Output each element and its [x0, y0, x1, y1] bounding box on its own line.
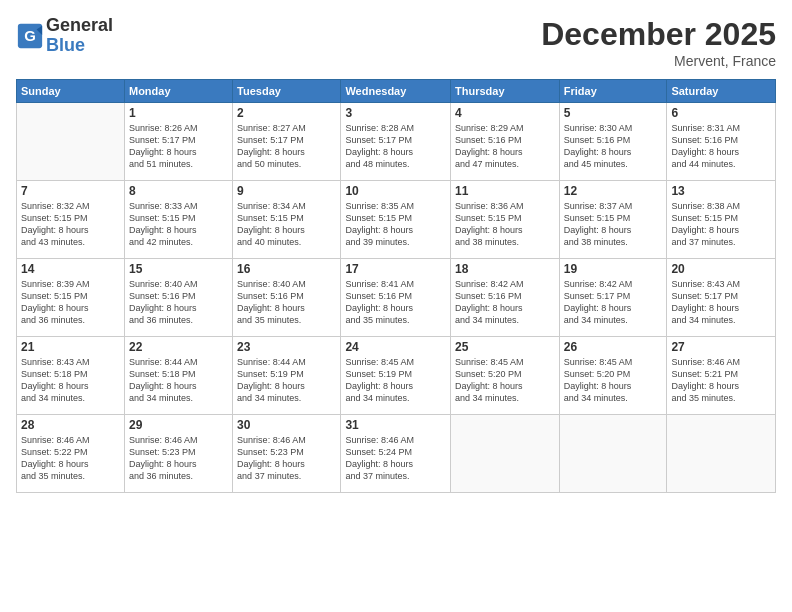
calendar-cell: 17Sunrise: 8:41 AMSunset: 5:16 PMDayligh…	[341, 259, 451, 337]
logo-blue-text: Blue	[46, 36, 113, 56]
cell-info: Sunrise: 8:45 AMSunset: 5:19 PMDaylight:…	[345, 356, 446, 405]
calendar-cell: 7Sunrise: 8:32 AMSunset: 5:15 PMDaylight…	[17, 181, 125, 259]
cell-info: Sunrise: 8:44 AMSunset: 5:19 PMDaylight:…	[237, 356, 336, 405]
day-number: 5	[564, 106, 663, 120]
calendar-cell: 5Sunrise: 8:30 AMSunset: 5:16 PMDaylight…	[559, 103, 667, 181]
month-title: December 2025	[541, 16, 776, 53]
day-number: 8	[129, 184, 228, 198]
calendar-table: SundayMondayTuesdayWednesdayThursdayFrid…	[16, 79, 776, 493]
calendar-cell: 1Sunrise: 8:26 AMSunset: 5:17 PMDaylight…	[124, 103, 232, 181]
calendar-cell: 25Sunrise: 8:45 AMSunset: 5:20 PMDayligh…	[451, 337, 560, 415]
cell-info: Sunrise: 8:34 AMSunset: 5:15 PMDaylight:…	[237, 200, 336, 249]
day-number: 11	[455, 184, 555, 198]
day-number: 4	[455, 106, 555, 120]
calendar-cell: 31Sunrise: 8:46 AMSunset: 5:24 PMDayligh…	[341, 415, 451, 493]
cell-info: Sunrise: 8:38 AMSunset: 5:15 PMDaylight:…	[671, 200, 771, 249]
calendar-cell: 20Sunrise: 8:43 AMSunset: 5:17 PMDayligh…	[667, 259, 776, 337]
day-number: 15	[129, 262, 228, 276]
cell-info: Sunrise: 8:26 AMSunset: 5:17 PMDaylight:…	[129, 122, 228, 171]
cell-info: Sunrise: 8:46 AMSunset: 5:21 PMDaylight:…	[671, 356, 771, 405]
calendar-week-row: 7Sunrise: 8:32 AMSunset: 5:15 PMDaylight…	[17, 181, 776, 259]
calendar-cell: 14Sunrise: 8:39 AMSunset: 5:15 PMDayligh…	[17, 259, 125, 337]
calendar-cell: 4Sunrise: 8:29 AMSunset: 5:16 PMDaylight…	[451, 103, 560, 181]
day-number: 19	[564, 262, 663, 276]
svg-text:G: G	[24, 26, 36, 43]
cell-info: Sunrise: 8:39 AMSunset: 5:15 PMDaylight:…	[21, 278, 120, 327]
calendar-cell: 12Sunrise: 8:37 AMSunset: 5:15 PMDayligh…	[559, 181, 667, 259]
calendar-week-row: 1Sunrise: 8:26 AMSunset: 5:17 PMDaylight…	[17, 103, 776, 181]
calendar-cell: 3Sunrise: 8:28 AMSunset: 5:17 PMDaylight…	[341, 103, 451, 181]
cell-info: Sunrise: 8:40 AMSunset: 5:16 PMDaylight:…	[237, 278, 336, 327]
logo: G General Blue	[16, 16, 113, 56]
cell-info: Sunrise: 8:43 AMSunset: 5:18 PMDaylight:…	[21, 356, 120, 405]
day-number: 30	[237, 418, 336, 432]
cell-info: Sunrise: 8:42 AMSunset: 5:16 PMDaylight:…	[455, 278, 555, 327]
day-number: 22	[129, 340, 228, 354]
cell-info: Sunrise: 8:46 AMSunset: 5:23 PMDaylight:…	[129, 434, 228, 483]
calendar-cell: 13Sunrise: 8:38 AMSunset: 5:15 PMDayligh…	[667, 181, 776, 259]
cell-info: Sunrise: 8:41 AMSunset: 5:16 PMDaylight:…	[345, 278, 446, 327]
day-number: 28	[21, 418, 120, 432]
cell-info: Sunrise: 8:32 AMSunset: 5:15 PMDaylight:…	[21, 200, 120, 249]
day-number: 23	[237, 340, 336, 354]
cell-info: Sunrise: 8:30 AMSunset: 5:16 PMDaylight:…	[564, 122, 663, 171]
calendar-cell: 29Sunrise: 8:46 AMSunset: 5:23 PMDayligh…	[124, 415, 232, 493]
weekday-header: Thursday	[451, 80, 560, 103]
cell-info: Sunrise: 8:28 AMSunset: 5:17 PMDaylight:…	[345, 122, 446, 171]
calendar-cell: 9Sunrise: 8:34 AMSunset: 5:15 PMDaylight…	[233, 181, 341, 259]
weekday-header: Wednesday	[341, 80, 451, 103]
calendar-cell: 15Sunrise: 8:40 AMSunset: 5:16 PMDayligh…	[124, 259, 232, 337]
weekday-header: Friday	[559, 80, 667, 103]
cell-info: Sunrise: 8:35 AMSunset: 5:15 PMDaylight:…	[345, 200, 446, 249]
cell-info: Sunrise: 8:44 AMSunset: 5:18 PMDaylight:…	[129, 356, 228, 405]
day-number: 24	[345, 340, 446, 354]
calendar-cell: 24Sunrise: 8:45 AMSunset: 5:19 PMDayligh…	[341, 337, 451, 415]
calendar-cell: 19Sunrise: 8:42 AMSunset: 5:17 PMDayligh…	[559, 259, 667, 337]
calendar-cell: 18Sunrise: 8:42 AMSunset: 5:16 PMDayligh…	[451, 259, 560, 337]
cell-info: Sunrise: 8:45 AMSunset: 5:20 PMDaylight:…	[564, 356, 663, 405]
cell-info: Sunrise: 8:42 AMSunset: 5:17 PMDaylight:…	[564, 278, 663, 327]
calendar-week-row: 14Sunrise: 8:39 AMSunset: 5:15 PMDayligh…	[17, 259, 776, 337]
cell-info: Sunrise: 8:40 AMSunset: 5:16 PMDaylight:…	[129, 278, 228, 327]
day-number: 21	[21, 340, 120, 354]
calendar-cell: 11Sunrise: 8:36 AMSunset: 5:15 PMDayligh…	[451, 181, 560, 259]
day-number: 26	[564, 340, 663, 354]
calendar-cell: 23Sunrise: 8:44 AMSunset: 5:19 PMDayligh…	[233, 337, 341, 415]
day-number: 3	[345, 106, 446, 120]
cell-info: Sunrise: 8:46 AMSunset: 5:23 PMDaylight:…	[237, 434, 336, 483]
calendar-week-row: 21Sunrise: 8:43 AMSunset: 5:18 PMDayligh…	[17, 337, 776, 415]
cell-info: Sunrise: 8:31 AMSunset: 5:16 PMDaylight:…	[671, 122, 771, 171]
logo-general-text: General	[46, 16, 113, 36]
logo-icon: G	[16, 22, 44, 50]
calendar-cell	[667, 415, 776, 493]
day-number: 31	[345, 418, 446, 432]
calendar-cell	[17, 103, 125, 181]
day-number: 29	[129, 418, 228, 432]
calendar-cell	[451, 415, 560, 493]
weekday-header: Saturday	[667, 80, 776, 103]
cell-info: Sunrise: 8:29 AMSunset: 5:16 PMDaylight:…	[455, 122, 555, 171]
cell-info: Sunrise: 8:36 AMSunset: 5:15 PMDaylight:…	[455, 200, 555, 249]
day-number: 17	[345, 262, 446, 276]
location: Mervent, France	[541, 53, 776, 69]
calendar-cell: 2Sunrise: 8:27 AMSunset: 5:17 PMDaylight…	[233, 103, 341, 181]
cell-info: Sunrise: 8:43 AMSunset: 5:17 PMDaylight:…	[671, 278, 771, 327]
calendar-cell	[559, 415, 667, 493]
day-number: 20	[671, 262, 771, 276]
calendar-cell: 28Sunrise: 8:46 AMSunset: 5:22 PMDayligh…	[17, 415, 125, 493]
calendar-cell: 21Sunrise: 8:43 AMSunset: 5:18 PMDayligh…	[17, 337, 125, 415]
calendar-cell: 16Sunrise: 8:40 AMSunset: 5:16 PMDayligh…	[233, 259, 341, 337]
cell-info: Sunrise: 8:37 AMSunset: 5:15 PMDaylight:…	[564, 200, 663, 249]
calendar-cell: 30Sunrise: 8:46 AMSunset: 5:23 PMDayligh…	[233, 415, 341, 493]
day-number: 13	[671, 184, 771, 198]
day-number: 16	[237, 262, 336, 276]
calendar-cell: 27Sunrise: 8:46 AMSunset: 5:21 PMDayligh…	[667, 337, 776, 415]
calendar-cell: 22Sunrise: 8:44 AMSunset: 5:18 PMDayligh…	[124, 337, 232, 415]
calendar-week-row: 28Sunrise: 8:46 AMSunset: 5:22 PMDayligh…	[17, 415, 776, 493]
calendar-cell: 8Sunrise: 8:33 AMSunset: 5:15 PMDaylight…	[124, 181, 232, 259]
page-header: G General Blue December 2025 Mervent, Fr…	[16, 16, 776, 69]
weekday-header: Tuesday	[233, 80, 341, 103]
cell-info: Sunrise: 8:46 AMSunset: 5:24 PMDaylight:…	[345, 434, 446, 483]
weekday-header: Monday	[124, 80, 232, 103]
calendar-cell: 10Sunrise: 8:35 AMSunset: 5:15 PMDayligh…	[341, 181, 451, 259]
